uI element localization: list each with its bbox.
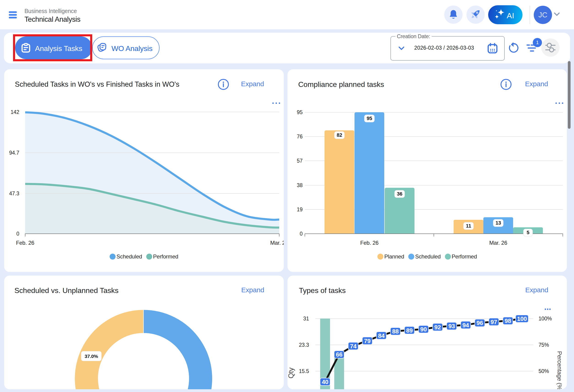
svg-text:31: 31: [303, 316, 309, 322]
svg-text:94: 94: [463, 322, 469, 329]
svg-text:66: 66: [336, 351, 343, 358]
svg-text:94.7: 94.7: [9, 150, 19, 156]
svg-text:38: 38: [297, 182, 303, 188]
svg-text:76: 76: [297, 134, 303, 139]
svg-text:Percentage (%): Percentage (%): [556, 351, 563, 389]
svg-text:Feb. 26: Feb. 26: [360, 240, 379, 246]
svg-text:100: 100: [517, 315, 527, 322]
svg-text:89: 89: [406, 327, 413, 334]
svg-text:84: 84: [378, 332, 385, 339]
svg-text:Mar. 26: Mar. 26: [270, 240, 284, 246]
svg-text:92: 92: [434, 324, 441, 331]
svg-text:Mar. 26: Mar. 26: [489, 240, 507, 246]
svg-text:98: 98: [505, 317, 511, 324]
svg-text:0: 0: [300, 231, 303, 237]
svg-text:Qty: Qty: [287, 367, 295, 378]
svg-text:88: 88: [392, 328, 399, 335]
svg-text:97: 97: [491, 319, 497, 325]
svg-text:Feb. 26: Feb. 26: [16, 240, 34, 246]
svg-text:100%: 100%: [538, 316, 552, 322]
svg-text:74: 74: [350, 343, 357, 350]
svg-text:23.3: 23.3: [299, 342, 309, 348]
svg-text:75%: 75%: [538, 342, 549, 348]
svg-text:13: 13: [495, 220, 501, 226]
svg-text:11: 11: [466, 223, 471, 229]
svg-text:95: 95: [367, 116, 372, 121]
svg-text:15.5: 15.5: [299, 368, 309, 374]
svg-text:79: 79: [364, 337, 371, 344]
svg-text:82: 82: [337, 132, 342, 138]
svg-text:96: 96: [476, 319, 483, 326]
svg-text:37.0%: 37.0%: [85, 353, 98, 359]
svg-text:5: 5: [527, 230, 529, 235]
svg-text:57: 57: [297, 158, 303, 164]
svg-text:93: 93: [448, 323, 455, 330]
svg-text:142: 142: [11, 109, 19, 115]
svg-text:47.3: 47.3: [9, 191, 19, 196]
svg-text:36: 36: [397, 191, 402, 197]
svg-text:0: 0: [16, 231, 19, 237]
svg-text:50%: 50%: [538, 368, 549, 374]
svg-text:90: 90: [420, 326, 427, 333]
svg-text:19: 19: [297, 207, 303, 213]
svg-text:95: 95: [297, 109, 303, 115]
svg-text:40: 40: [322, 378, 328, 385]
